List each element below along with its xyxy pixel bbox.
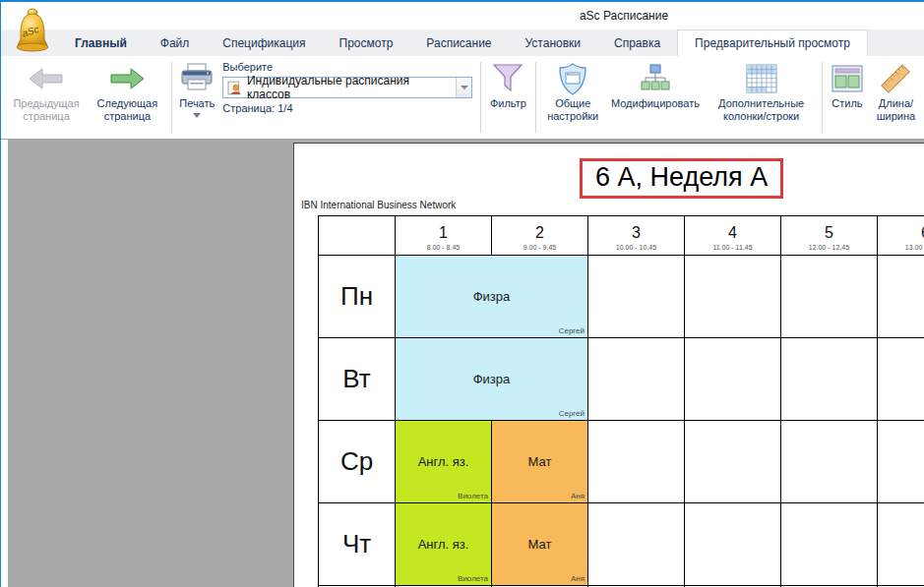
empty-cell [588,338,685,421]
title-bar: aSc aSc Расписание [1,2,924,29]
print-dropdown-caret-icon[interactable] [193,113,201,118]
extra-columns-rows-label: Дополнительные колонки/строки [709,97,813,123]
period-header: 3 10.00 - 10.45 [588,216,685,256]
timetable-row-tuesday: Вт Физра Сергей [319,338,924,421]
day-cell: Чт [319,503,396,586]
lesson-teacher: Аня [571,574,585,583]
previous-page-button[interactable]: Предыдущая страница [5,59,88,126]
tab-prosmotr[interactable]: Просмотр [323,29,410,56]
page-title: 6 А, Неделя А [595,162,768,192]
preview-page: 6 А, Неделя А IBN International Business… [293,143,924,587]
lesson-cell: Англ. яз. Виолета [396,503,492,586]
report-type-value: Индивидуальные расписания классов [247,74,451,101]
empty-cell [588,503,685,586]
ruler-icon [879,62,912,95]
tab-spravka[interactable]: Справка [597,29,677,56]
timetable-row-monday: Пн Физра Сергей [319,256,924,338]
style-label: Стиль [832,97,862,110]
modify-button[interactable]: Модифицировать [606,59,705,113]
empty-cell [878,421,924,503]
school-name: IBN International Business Network [301,200,456,210]
report-select-arrow[interactable] [456,78,472,97]
print-button[interactable]: Печать [175,59,218,121]
day-cell: Ср [319,421,396,503]
grid-table-icon [746,62,777,95]
org-chart-icon [638,62,673,95]
lesson-teacher: Аня [571,492,585,500]
toolbar: Предыдущая страница Следующая страница [1,56,924,140]
lesson-cell: Мат Аня [492,421,588,503]
period-header: 1 8.00 - 8.45 [396,216,492,256]
class-report-icon [227,81,242,95]
period-header: 6 13.00 - 13.45 [878,216,924,256]
style-button[interactable]: Стиль [827,59,868,113]
next-page-label: Следующая страница [92,97,162,123]
arrow-left-icon [29,62,64,95]
report-select-group: Выберите Индивидуальные расписания класс… [218,59,476,114]
dimensions-label: Длина/ширина [873,97,919,123]
lesson-subject: Мат [492,537,587,552]
app-title: aSc Расписание [580,9,668,23]
tab-print-preview[interactable]: Предварительный просмотр [677,29,868,56]
print-preview-area: 6 А, Неделя А IBN International Business… [1,140,924,587]
printer-icon [180,62,214,95]
tab-glavny[interactable]: Главный [58,29,144,56]
menu-bar: Главный Файл Спецификация Просмотр Распи… [1,29,924,56]
tab-fail[interactable]: Файл [144,29,207,56]
lesson-subject: Англ. яз. [396,537,491,552]
empty-cell [781,421,878,503]
general-settings-button[interactable]: Общие настройки [539,59,605,126]
empty-cell [878,503,924,586]
toolbar-separator [171,62,172,133]
lesson-teacher: Виолета [458,574,488,583]
preview-left-strip [1,140,8,587]
shield-settings-icon [557,62,588,95]
tab-raspisanie[interactable]: Расписание [409,29,508,56]
lesson-cell: Мат Аня [492,503,588,586]
period-header: 2 9.00 - 9.45 [492,216,588,256]
app-window: aSc aSc Расписание Главный Файл Специфик… [0,0,924,587]
tab-spetsifikatsiya[interactable]: Спецификация [206,29,322,56]
lesson-subject: Мат [492,454,587,469]
lesson-subject: Англ. яз. [396,454,491,469]
filter-label: Фильтр [490,97,526,110]
next-page-button[interactable]: Следующая страница [88,59,167,126]
arrow-right-icon [109,62,145,95]
choose-label: Выберите [222,61,472,73]
day-cell: Вт [319,338,396,421]
page-title-box: 6 А, Неделя А [580,158,783,199]
general-settings-label: Общие настройки [544,97,600,123]
filter-funnel-icon [492,62,524,95]
dimensions-button[interactable]: Длина/ширина [868,59,924,126]
empty-cell [878,256,924,338]
empty-cell [588,421,685,503]
empty-cell [878,338,924,421]
report-type-select[interactable]: Индивидуальные расписания классов [222,77,472,98]
empty-cell [685,421,781,503]
lesson-teacher: Сергей [559,409,585,418]
timetable-row-thursday: Чт Англ. яз. Виолета Мат Аня [319,503,924,586]
tab-ustanovki[interactable]: Установки [509,29,597,56]
extra-columns-rows-button[interactable]: Дополнительные колонки/строки [705,59,818,126]
lesson-cell: Физра Сергей [396,338,588,421]
previous-page-label: Предыдущая страница [10,97,83,123]
toolbar-separator [535,62,536,133]
toolbar-separator [480,62,481,133]
empty-cell [588,256,685,338]
lesson-subject: Физра [396,289,587,304]
lesson-cell: Физра Сергей [396,256,588,338]
timetable: 1 8.00 - 8.45 2 9.00 - 9.45 3 10.00 - 10… [318,215,924,587]
toolbar-separator [822,62,823,133]
style-window-icon [832,62,863,95]
lesson-teacher: Виолета [458,492,488,500]
page-counter: Страница: 1/4 [222,102,472,114]
print-label: Печать [179,97,215,110]
modify-label: Модифицировать [611,97,700,110]
lesson-subject: Физра [396,372,587,386]
empty-cell [781,503,878,586]
empty-cell [781,338,878,421]
filter-button[interactable]: Фильтр [485,59,531,113]
timetable-header-row: 1 8.00 - 8.45 2 9.00 - 9.45 3 10.00 - 10… [319,216,924,256]
empty-cell [781,256,878,338]
lesson-cell: Англ. яз. Виолета [396,421,492,503]
